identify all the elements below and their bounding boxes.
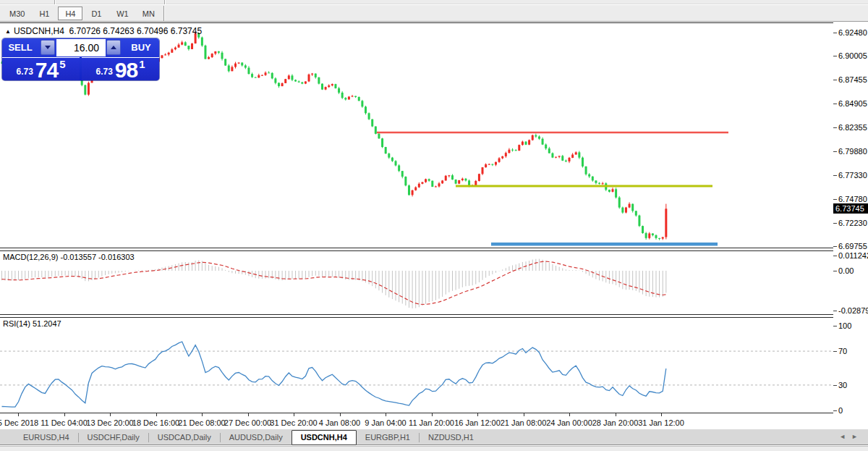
buy-button[interactable]: BUY: [123, 38, 159, 57]
timeframe-button-mn[interactable]: MN: [136, 7, 161, 20]
axis-tick: [833, 104, 837, 104]
buy-price-big-digits: 98: [115, 60, 137, 80]
collapse-triangle-icon[interactable]: ▲: [5, 28, 11, 35]
time-axis-label: 5 Dec 2018: [0, 418, 38, 427]
price-axis-label: 6.90005: [838, 51, 867, 60]
rsi-axis-label: 100: [838, 321, 851, 330]
sell-price-prefix: 6.73: [16, 67, 33, 77]
timeframe-button-h1[interactable]: H1: [32, 7, 56, 20]
time-axis[interactable]: 5 Dec 201811 Dec 04:0013 Dec 20:0018 Dec…: [0, 413, 868, 429]
tab-usdcnh-h4[interactable]: USDCNH,H4: [292, 430, 357, 445]
time-axis-tick: [156, 413, 157, 416]
one-click-trading-panel: SELL BUY 6.73745 6.73981: [2, 38, 159, 80]
volume-decrease-button[interactable]: [41, 40, 55, 55]
time-axis-tick: [616, 413, 616, 416]
time-axis-tick: [110, 413, 111, 416]
axis-tick: [833, 56, 837, 56]
price-axis[interactable]: 6.924806.900056.874556.849056.823556.798…: [833, 22, 868, 413]
time-axis-tick: [386, 413, 386, 416]
macd-axis-label: -0.028797: [838, 306, 868, 315]
time-axis-tick: [18, 413, 19, 416]
time-axis-label: 27 Dec 00:00: [224, 418, 271, 427]
price-axis-label: 6.79880: [838, 147, 867, 156]
chart-tab-bar: ◄► EURUSD,H4USDCHF,DailyUSDCAD,DailyAUDU…: [0, 429, 868, 445]
current-price-badge: 6.73745: [833, 203, 868, 214]
axis-tick: [833, 175, 837, 176]
time-axis-tick: [661, 413, 662, 416]
toolbar-separator: [163, 6, 165, 21]
price-axis-label: 6.82355: [838, 123, 867, 132]
toolbar-groove: [54, 0, 56, 4]
rsi-axis-label: 30: [838, 381, 847, 389]
timeframe-button-m30[interactable]: M30: [4, 7, 30, 20]
window-bottom-strip: [0, 446, 868, 451]
tab-eurusd-h4[interactable]: EURUSD,H4: [14, 431, 78, 444]
macd-label: MACD(12,26,9) -0.013557 -0.016303: [3, 253, 135, 261]
axis-tick: [833, 351, 837, 352]
chart-symbol-label: USDCNH,H4: [14, 26, 64, 36]
buy-price-display[interactable]: 6.73981: [82, 57, 159, 80]
time-axis-label: 28 Jan 20:00: [592, 418, 639, 427]
timeframe-button-h4[interactable]: H4: [58, 7, 82, 20]
buy-price-prefix: 6.73: [95, 67, 112, 77]
price-axis-label: 6.74780: [838, 195, 867, 203]
axis-tick: [833, 33, 837, 33]
time-axis-tick: [294, 413, 294, 416]
volume-increase-button[interactable]: [106, 40, 121, 55]
rsi-axis-label: 70: [838, 347, 847, 355]
time-axis-tick: [202, 413, 203, 416]
toolbar-top-strip: [0, 0, 868, 4]
axis-tick: [833, 385, 837, 386]
tab-scroll-left-icon[interactable]: ◄: [839, 433, 851, 440]
trade-panel-controls-row: SELL BUY: [2, 38, 159, 57]
rsi-chart-svg[interactable]: [0, 318, 833, 413]
time-axis-tick: [477, 413, 478, 416]
sell-price-display[interactable]: 6.73745: [2, 57, 80, 80]
timeframe-toolbar: M30H1H4D1W1MN: [0, 5, 868, 22]
macd-axis-label: 0.011242: [838, 251, 868, 260]
time-axis-label: 24 Jan 00:00: [546, 418, 592, 427]
time-axis-tick: [432, 413, 433, 416]
time-axis-tick: [64, 413, 65, 416]
time-axis-tick: [524, 413, 524, 416]
time-axis-label: 11 Dec 04:00: [41, 418, 88, 427]
sell-price-big-digits: 74: [35, 60, 58, 80]
tab-eurgbp-h1[interactable]: EURGBP,H1: [357, 431, 419, 444]
axis-tick: [833, 151, 837, 152]
price-axis-label: 6.87455: [838, 75, 867, 84]
time-axis-label: 13 Dec 20:00: [86, 418, 133, 427]
tab-scroll-right-icon[interactable]: ►: [851, 433, 864, 440]
sell-price-pip-digit: 5: [59, 58, 65, 70]
axis-tick: [833, 311, 837, 311]
price-axis-label: 6.92480: [838, 28, 867, 37]
rsi-label: RSI(14) 51.2047: [3, 319, 61, 328]
price-axis-label: 6.69755: [838, 242, 867, 250]
triangle-up-icon: [111, 46, 116, 49]
trade-panel-prices-row: 6.73745 6.73981: [2, 57, 159, 80]
timeframe-button-w1[interactable]: W1: [110, 7, 135, 20]
price-axis-label: 6.84905: [838, 99, 867, 108]
price-axis-label: 6.77330: [838, 171, 867, 180]
timeframe-button-d1[interactable]: D1: [84, 7, 109, 20]
macd-axis-label: 0.00: [838, 266, 854, 275]
tab-usdchf-daily[interactable]: USDCHF,Daily: [79, 431, 148, 444]
time-axis-tick: [340, 413, 341, 416]
tab-audusd-daily[interactable]: AUDUSD,Daily: [221, 431, 292, 444]
time-axis-label: 9 Jan 04:00: [365, 418, 407, 427]
axis-tick: [833, 256, 837, 256]
time-axis-label: 31 Dec 20:00: [270, 418, 317, 427]
tab-bar-padding: [0, 429, 14, 430]
axis-tick: [833, 271, 837, 271]
time-axis-tick: [569, 413, 570, 416]
timeframe-buttons-group: M30H1H4D1W1MN: [3, 5, 161, 20]
buy-price-pip-digit: 1: [139, 58, 145, 70]
tab-nzdusd-h1[interactable]: NZDUSD,H1: [420, 431, 482, 444]
tab-usdcad-daily[interactable]: USDCAD,Daily: [149, 431, 220, 444]
candlestick-chart-panel[interactable]: ▲USDCNH,H4 6.70726 6.74263 6.70496 6.737…: [0, 23, 833, 248]
macd-indicator-panel[interactable]: MACD(12,26,9) -0.013557 -0.016303: [0, 251, 833, 314]
axis-tick: [833, 80, 837, 80]
sell-button[interactable]: SELL: [2, 38, 38, 57]
rsi-indicator-panel[interactable]: RSI(14) 51.2047: [0, 318, 833, 413]
volume-input[interactable]: [56, 39, 106, 56]
time-axis-label: 21 Dec 08:00: [178, 418, 225, 427]
